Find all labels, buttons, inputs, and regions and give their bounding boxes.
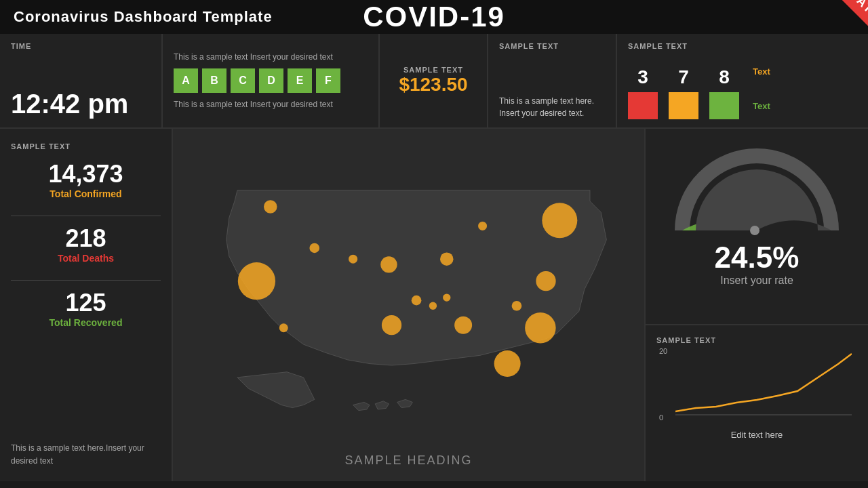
gauge-section: 24.5% Insert your rate	[646, 129, 868, 325]
divider-1	[11, 216, 161, 216]
chart-y-min: 0	[659, 413, 667, 422]
header: Coronavirus Dashboard Template COVID-19	[0, 0, 868, 34]
bubble-northeast	[542, 203, 577, 238]
bubble-colorado	[380, 256, 397, 272]
numbers-row: 3 7 8	[628, 66, 739, 119]
deaths-value: 218	[11, 224, 161, 253]
buttons-top-text: This is a sample text Insert your desire…	[174, 52, 368, 62]
sample-label: SAMPLE TEXT	[499, 42, 605, 50]
price-value: $123.50	[399, 74, 467, 96]
bubble-small2	[349, 255, 357, 264]
bubble-california	[238, 262, 275, 300]
text-label-green: Text	[753, 101, 770, 111]
stat-deaths: 218 Total Deaths	[11, 224, 161, 264]
color-box-2	[669, 92, 698, 119]
bubble-midwest	[440, 252, 454, 266]
top-row: TIME 12:42 pm This is a sample text Inse…	[0, 34, 868, 129]
num-val-2: 7	[678, 66, 689, 88]
dummy-banner: DUMMY DATA	[780, 0, 868, 88]
app-title: Coronavirus Dashboard Template	[14, 8, 273, 26]
confirmed-value: 14,373	[11, 160, 161, 188]
btn-a[interactable]: A	[174, 68, 198, 93]
deaths-label: Total Deaths	[11, 253, 161, 264]
bubble-small6	[478, 222, 487, 230]
color-box-1	[628, 92, 658, 119]
left-panel-label: SAMPLE TEXT	[11, 142, 161, 150]
bubble-texas	[382, 315, 401, 335]
num-val-1: 3	[637, 66, 648, 88]
bubble-florida	[525, 312, 556, 344]
map-heading: SAMPLE HEADING	[344, 453, 472, 468]
left-panel: SAMPLE TEXT 14,373 Total Confirmed 218 T…	[0, 129, 173, 481]
sample-text-cell: SAMPLE TEXT This is a sample text here. …	[488, 34, 617, 127]
bubble-small4	[429, 302, 437, 310]
gauge-percent: 24.5%	[715, 241, 800, 274]
chart-section: SAMPLE TEXT 20 0 Edit text here	[646, 325, 868, 481]
map-panel: SAMPLE HEADING	[173, 129, 644, 481]
buttons-bottom-text: This is a sample text Insert your desire…	[174, 100, 368, 109]
bubble-small8	[279, 323, 288, 332]
line-chart-svg	[675, 347, 852, 422]
bubble-pacificnw	[264, 200, 277, 214]
btn-d[interactable]: D	[259, 68, 283, 93]
chart-y-max: 20	[659, 347, 667, 355]
divider-2	[11, 280, 161, 281]
btn-e[interactable]: E	[288, 68, 312, 93]
right-panel: 24.5% Insert your rate SAMPLE TEXT 20 0 …	[644, 129, 868, 481]
left-panel-bottom-text: This is a sample text here.Insert your d…	[11, 442, 161, 468]
btn-c[interactable]: C	[231, 68, 255, 93]
bubble-small7	[512, 301, 522, 311]
num-block-1: 3	[628, 66, 658, 119]
stat-recovered: 125 Total Recovered	[11, 289, 161, 328]
num-val-3: 8	[719, 66, 730, 88]
color-box-3	[709, 92, 739, 119]
svg-point-0	[750, 226, 760, 235]
bubble-gulf	[454, 317, 472, 334]
main-row: SAMPLE TEXT 14,373 Total Confirmed 218 T…	[0, 129, 868, 481]
gauge-label: Insert your rate	[720, 274, 793, 287]
num-block-2: 7	[669, 66, 698, 119]
dummy-banner-text: DUMMY DATA	[793, 0, 868, 37]
confirmed-label: Total Confirmed	[11, 188, 161, 199]
text-label-orange: Text	[753, 66, 770, 77]
bubble-small5	[443, 293, 450, 301]
btn-f[interactable]: F	[316, 68, 340, 93]
chart-edit-label: Edit text here	[656, 430, 857, 440]
covid-title: COVID-19	[363, 1, 505, 33]
time-value: 12:42 pm	[11, 89, 151, 119]
stat-confirmed: 14,373 Total Confirmed	[11, 160, 161, 199]
price-cell: SAMPLE TEXT $123.50	[380, 34, 488, 127]
bubble-small1	[309, 243, 319, 253]
usa-map	[193, 142, 634, 447]
recovered-value: 125	[11, 289, 161, 317]
buttons-cell: This is a sample text Insert your desire…	[163, 34, 380, 127]
bubble-southeast2	[494, 350, 521, 377]
button-row: A B C D E F	[174, 68, 368, 93]
btn-b[interactable]: B	[202, 68, 226, 93]
bubble-southeast	[536, 271, 555, 291]
price-label: SAMPLE TEXT	[403, 66, 463, 74]
time-cell: TIME 12:42 pm	[0, 34, 163, 127]
sample-body: This is a sample text here. Insert your …	[499, 95, 605, 119]
chart-label: SAMPLE TEXT	[656, 336, 716, 344]
num-block-3: 8	[709, 66, 739, 119]
gauge-svg	[669, 142, 845, 241]
bubble-small3	[412, 296, 422, 306]
recovered-label: Total Recovered	[11, 317, 161, 328]
time-label: TIME	[11, 42, 151, 50]
